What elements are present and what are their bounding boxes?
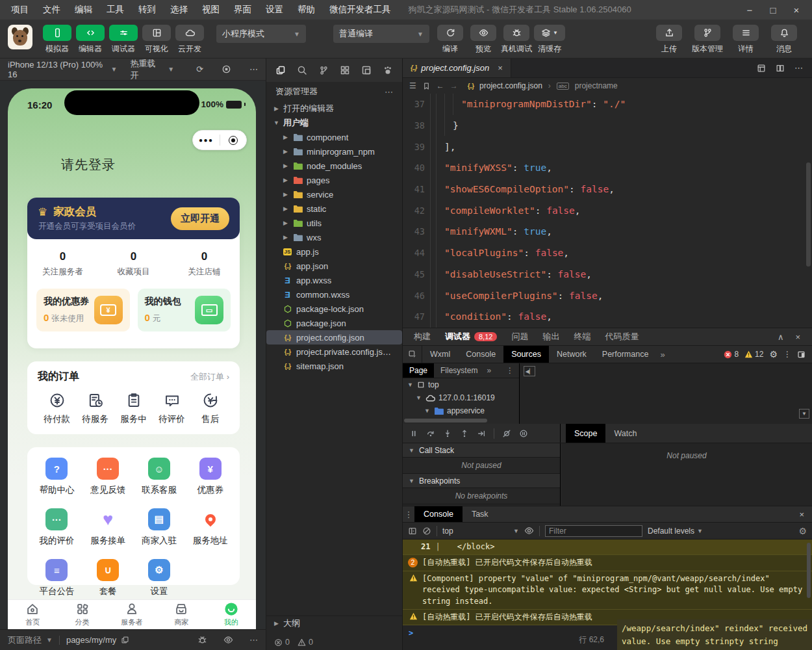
tab-home[interactable]: 首页 [8, 600, 57, 629]
code-line[interactable]: 46 "useCompilerPlugins": false, [403, 285, 812, 306]
open-preview-icon[interactable] [757, 64, 766, 73]
sources-node-appservice[interactable]: ▼ appservice [403, 404, 519, 417]
capsule-more-icon[interactable]: ●●● [193, 136, 220, 144]
grid-settings[interactable]: ⚙ 设置 [134, 559, 185, 597]
tab-category[interactable]: 分类 [57, 600, 107, 629]
remote-debug-button[interactable]: 真机调试 [501, 25, 532, 55]
visualization-toggle[interactable]: 可视化 [141, 25, 172, 55]
files-icon[interactable] [270, 65, 292, 75]
login-prompt[interactable]: 请先登录 [61, 156, 116, 174]
more-icon[interactable]: ⋯ [249, 64, 258, 74]
file-package.json[interactable]: package.json [266, 316, 402, 330]
breadcrumb-file[interactable]: project.config.json [479, 81, 542, 90]
panel-tab-terminal[interactable]: 终端 [566, 328, 598, 345]
code-line[interactable]: 43 "minifyWXML": true, [403, 221, 812, 242]
file-sitemap.json[interactable]: {..} sitemap.json [266, 359, 402, 373]
forward-icon[interactable]: → [450, 81, 458, 90]
tab-watch[interactable]: Watch [605, 424, 645, 443]
sources-node-127.0.0.1:16019[interactable]: ▼ 127.0.0.1:16019 [403, 391, 519, 404]
step-into-button[interactable] [443, 429, 452, 438]
filter-input[interactable] [545, 525, 642, 537]
close-button[interactable]: × [785, 5, 808, 16]
menu-item-3[interactable]: 工具 [99, 0, 131, 20]
file-static[interactable]: ▶ static [266, 202, 402, 216]
devtools-error-count[interactable]: 8 [734, 350, 739, 359]
deactivate-bp-button[interactable] [502, 429, 511, 438]
menu-item-1[interactable]: 文件 [36, 0, 68, 20]
menu-item-6[interactable]: 视图 [195, 0, 227, 20]
grid-merchant-join[interactable]: ▤ 商家入驻 [134, 508, 185, 547]
user-avatar[interactable] [8, 25, 32, 49]
restart-icon[interactable]: ⟳ [196, 64, 203, 74]
sources-node-top[interactable]: ▼ top [403, 378, 519, 391]
console-sidebar-icon[interactable] [408, 526, 417, 536]
messages-button[interactable]: 消息 [766, 25, 802, 55]
inspect-icon[interactable] [403, 346, 422, 363]
dots-vertical-icon[interactable]: ⋮ [506, 366, 519, 375]
grid-packages[interactable]: ∪ 套餐 [82, 559, 134, 597]
breakpoints-header[interactable]: ▼ Breakpoints [403, 474, 560, 488]
code-line[interactable]: 37 "miniprogramNpmDistDir": "./" [403, 94, 812, 115]
call-stack-header[interactable]: ▼ Call Stack [403, 443, 560, 458]
grid-service-address[interactable]: 服务地址 [184, 508, 236, 547]
context-select[interactable]: top ▼ [442, 526, 519, 536]
menu-item-4[interactable]: 转到 [131, 0, 163, 20]
code-line[interactable]: 41 "showES6CompileOption": false, [403, 179, 812, 200]
file-utils[interactable]: ▶ utils [266, 216, 402, 230]
root-folder[interactable]: ▼ 用户端 [266, 116, 402, 130]
devtools-tab-sources[interactable]: Sources [503, 346, 549, 363]
file-app.json[interactable]: {..} app.json [266, 259, 402, 273]
maximize-button[interactable]: □ [761, 5, 785, 16]
more-tabs-icon[interactable]: » [656, 346, 668, 363]
order-pending-review[interactable]: 待评价 [153, 391, 191, 425]
file-app.js[interactable]: JS app.js [266, 244, 402, 259]
vip-open-button[interactable]: 立即开通 [171, 207, 229, 230]
stat-item[interactable]: 0 收藏项目 [98, 250, 169, 278]
back-icon[interactable]: ← [437, 81, 444, 90]
grid-help-center[interactable]: ? 帮助中心 [31, 458, 82, 496]
menu-item-2[interactable]: 编辑 [68, 0, 99, 20]
horizontal-scrollbar[interactable] [404, 419, 487, 422]
close-icon[interactable]: × [498, 63, 503, 73]
code-line[interactable]: 45 "disableUseStrict": false, [403, 264, 812, 285]
menu-item-7[interactable]: 界面 [227, 0, 259, 20]
cloud-dev-toggle[interactable]: 云开发 [174, 25, 205, 55]
file-common.wxss[interactable]: Ǝ common.wxss [266, 287, 402, 302]
live-expression-icon[interactable] [524, 526, 534, 536]
code-line[interactable]: 38 } [403, 115, 812, 136]
page-path-label[interactable]: 页面路径 [8, 634, 42, 646]
dots-vertical-icon[interactable]: ⋮ [783, 350, 791, 359]
file-app.wxss[interactable]: Ǝ app.wxss [266, 273, 402, 287]
simulator-toggle[interactable]: 模拟器 [42, 25, 73, 55]
file-pages[interactable]: ▶ pages [266, 173, 402, 187]
code-editor[interactable]: 37 "miniprogramNpmDistDir": "./" 38 } 39… [403, 94, 812, 328]
menu-item-8[interactable]: 设置 [259, 0, 290, 20]
file-package-lock.json[interactable]: package-lock.json [266, 302, 402, 316]
panel-tab-problems[interactable]: 问题 [504, 328, 535, 345]
device-select[interactable]: iPhone 12/13 (Pro) 100% 16 [8, 60, 107, 79]
menu-item-10[interactable]: 微信开发者工具 [322, 0, 398, 20]
devtools-tab-performance[interactable]: Performance [594, 346, 657, 363]
step-over-button[interactable] [426, 429, 435, 438]
more-icon[interactable]: ⋯ [794, 63, 803, 73]
devtools-tab-console[interactable]: Console [458, 346, 503, 363]
bug-icon[interactable] [197, 635, 207, 645]
breadcrumb-symbol[interactable]: projectname [575, 81, 618, 90]
grid-feedback[interactable]: ··· 意见反馈 [82, 458, 134, 496]
capsule-close-icon[interactable] [220, 136, 247, 145]
paw-icon[interactable] [377, 65, 398, 75]
file-service[interactable]: ▶ service [266, 187, 402, 202]
grid-take-orders[interactable]: ♥ 服务接单 [82, 508, 134, 547]
debugger-toggle[interactable]: 调试器 [108, 25, 139, 55]
preview-button[interactable]: 预览 [468, 25, 499, 55]
file-project.config.json[interactable]: {..} project.config.json [266, 330, 402, 344]
coupon-card[interactable]: 我的优惠券 0张未使用 ¥ [36, 289, 130, 332]
pause-button[interactable] [409, 429, 418, 438]
menu-item-9[interactable]: 帮助 [290, 0, 322, 20]
order-pending-payment[interactable]: 待付款 [38, 391, 76, 425]
sources-tab-page[interactable]: Page [403, 363, 434, 378]
collapse-icon[interactable]: ∧ [778, 332, 784, 342]
close-icon[interactable]: × [795, 332, 800, 342]
file-node_modules[interactable]: ▶ node_modules [266, 159, 402, 173]
editor-scrollbar[interactable] [806, 162, 811, 266]
